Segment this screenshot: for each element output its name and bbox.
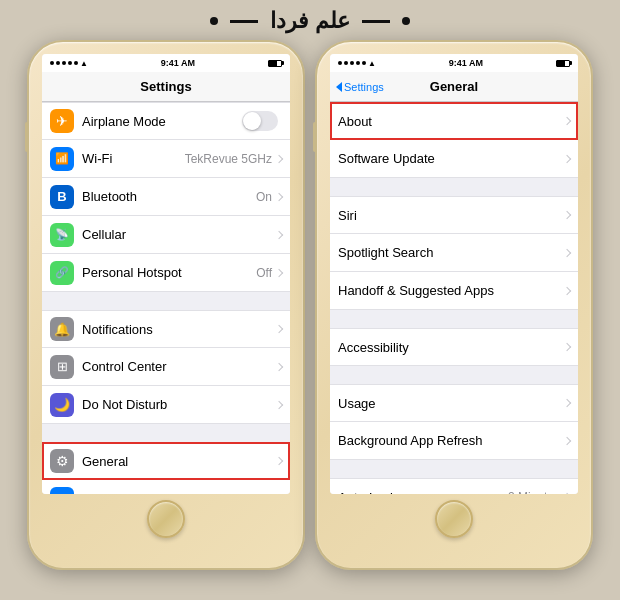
home-button-1[interactable] [147,500,185,538]
bluetooth-icon: B [50,185,74,209]
status-bar-2: ▲ 9:41 AM [330,54,578,72]
table-row[interactable]: Background App Refresh [330,422,578,460]
chevron-right-icon [275,457,283,465]
chevron-right-icon [275,325,283,333]
do-not-disturb-icon: 🌙 [50,393,74,417]
row-label: Control Center [82,359,276,374]
section-1-3: ⚙ General aA Display & Brightness 🌅 Wall… [42,442,290,494]
status-right-2 [556,60,570,67]
table-row[interactable]: Siri [330,196,578,234]
row-label: Siri [338,208,564,223]
row-label: Cellular [82,227,276,242]
chevron-right-icon [563,248,571,256]
chevron-right-icon [563,211,571,219]
top-bar: علم فردا [0,0,620,38]
chevron-right-icon [275,230,283,238]
chevron-right-icon [275,154,283,162]
chevron-right-icon [275,192,283,200]
chevron-right-icon [563,436,571,444]
table-row[interactable]: 🔔 Notifications [42,310,290,348]
chevron-back-icon [336,82,342,92]
status-left-2: ▲ [338,59,376,68]
status-left-1: ▲ [50,59,88,68]
table-row[interactable]: 🌙 Do Not Disturb [42,386,290,424]
table-row[interactable]: Spotlight Search [330,234,578,272]
table-row[interactable]: aA Display & Brightness [42,480,290,494]
airplane-toggle[interactable] [242,111,278,131]
row-label: Personal Hotspot [82,265,256,280]
general-icon: ⚙ [50,449,74,473]
table-row[interactable]: B Bluetooth On [42,178,290,216]
row-label: Spotlight Search [338,245,564,260]
back-button[interactable]: Settings [336,81,384,93]
table-row[interactable]: ⚙ General [42,442,290,480]
table-row[interactable]: Usage [330,384,578,422]
wifi-icon-1: ▲ [80,59,88,68]
row-label: Background App Refresh [338,433,564,448]
battery-1 [268,60,282,67]
table-row[interactable]: Handoff & Suggested Apps [330,272,578,310]
table-row[interactable]: About [330,102,578,140]
row-label: General [82,454,276,469]
section-2-1: About Software Update [330,102,578,178]
table-row[interactable]: 📶 Wi-Fi TekRevue 5GHz [42,140,290,178]
bullet-left [210,17,218,25]
table-row[interactable]: Software Update [330,140,578,178]
table-row[interactable]: ⊞ Control Center [42,348,290,386]
phone-2: ▲ 9:41 AM Settings General [315,40,593,570]
row-label: Bluetooth [82,189,256,204]
control-center-icon: ⊞ [50,355,74,379]
airplane-icon: ✈ [50,109,74,133]
row-value: Off [256,266,272,280]
section-2-2: Siri Spotlight Search Handoff & Suggeste… [330,196,578,310]
bullet-right [402,17,410,25]
row-label: Handoff & Suggested Apps [338,283,564,298]
phones-container: ▲ 9:41 AM Settings ✈ Airplane Mode [17,40,603,570]
battery-2 [556,60,570,67]
row-label: Display & Brightness [82,491,276,494]
row-value: On [256,190,272,204]
section-2-3: Accessibility [330,328,578,366]
chevron-right-icon [275,362,283,370]
row-value: TekRevue 5GHz [185,152,272,166]
cellular-icon: 📡 [50,223,74,247]
chevron-right-icon [563,493,571,494]
nav-bar-2: Settings General [330,72,578,102]
table-row[interactable]: Accessibility [330,328,578,366]
phone-bottom-2 [435,500,473,538]
table-row[interactable]: ✈ Airplane Mode [42,102,290,140]
row-value: 2 Minutes [508,490,560,494]
section-1-1: ✈ Airplane Mode 📶 Wi-Fi TekRevue 5GHz B … [42,102,290,292]
site-title: علم فردا [270,8,350,34]
phone-1: ▲ 9:41 AM Settings ✈ Airplane Mode [27,40,305,570]
section-1-2: 🔔 Notifications ⊞ Control Center 🌙 Do No… [42,310,290,424]
screen-title-2: General [430,79,478,94]
wifi-icon: 📶 [50,147,74,171]
time-2: 9:41 AM [449,58,483,68]
row-label: Auto-Lock [338,490,508,495]
row-label: Do Not Disturb [82,397,276,412]
settings-list-1: ✈ Airplane Mode 📶 Wi-Fi TekRevue 5GHz B … [42,102,290,494]
chevron-right-icon [563,343,571,351]
chevron-right-icon [563,154,571,162]
phone-screen-1: ▲ 9:41 AM Settings ✈ Airplane Mode [42,54,290,494]
section-2-5: Auto-Lock 2 Minutes Restrictions Off [330,478,578,494]
status-right-1 [268,60,282,67]
phone-bottom-1 [147,500,185,538]
screen-title-1: Settings [140,79,191,94]
row-label: Airplane Mode [82,114,242,129]
notifications-icon: 🔔 [50,317,74,341]
table-row[interactable]: 📡 Cellular [42,216,290,254]
home-button-2[interactable] [435,500,473,538]
chevron-right-icon [563,399,571,407]
table-row[interactable]: Auto-Lock 2 Minutes [330,478,578,494]
time-1: 9:41 AM [161,58,195,68]
chevron-right-icon [275,400,283,408]
row-label: Notifications [82,322,276,337]
table-row[interactable]: 🔗 Personal Hotspot Off [42,254,290,292]
wifi-icon-2: ▲ [368,59,376,68]
hotspot-icon: 🔗 [50,261,74,285]
row-label: Software Update [338,151,564,166]
row-label: Usage [338,396,564,411]
chevron-right-icon [563,117,571,125]
